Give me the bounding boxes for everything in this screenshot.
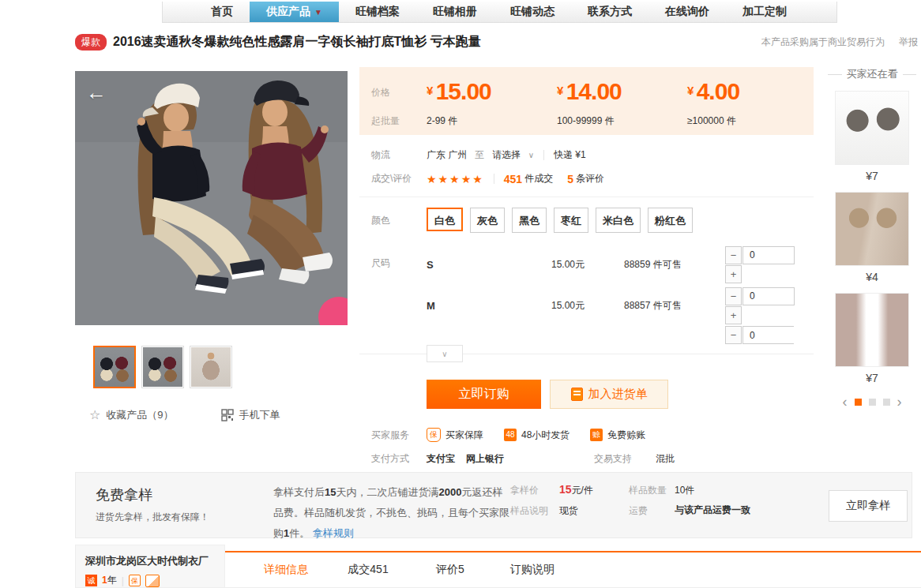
member-years-suffix: 年 [107, 575, 117, 586]
payment-row: 支付方式 支付宝 网上银行 交易支持 混批 [359, 452, 814, 466]
sample-description: 拿样支付后15天内，二次店铺进货满2000元返还样品费。样品随机发货，不挑色、挑… [273, 482, 510, 544]
logistics-to: 至 [475, 148, 484, 162]
sample-desc-bold: 15 [325, 486, 336, 498]
get-sample-button[interactable]: 立即拿样 [829, 490, 908, 522]
sample-desc-bold: 2000 [438, 486, 461, 498]
product-photo[interactable]: ← [75, 71, 348, 325]
destination-select[interactable]: 请选择 ∨ [492, 148, 534, 162]
pager-prev-icon[interactable]: ‹ [843, 397, 848, 406]
add-to-cart-button[interactable]: 加入进货单 [550, 380, 668, 409]
store-card: 深圳市龙岗区大时代制衣厂 诚 1年 | 保 [75, 545, 225, 588]
pager-dot[interactable] [855, 399, 862, 406]
pager-dot[interactable] [883, 399, 890, 406]
price-tier: ¥ 15.00 [427, 78, 553, 105]
quantity-input[interactable] [742, 246, 795, 264]
reviews-count[interactable]: 5 [567, 173, 573, 185]
mobile-order-button[interactable]: 手机下单 [221, 408, 280, 422]
member-years: 1年 [102, 574, 117, 587]
shipping-48h-icon: 48 [504, 429, 517, 441]
minus-button[interactable]: − [725, 246, 742, 264]
rating-row: 成交\评价 ★★★★★ 451 件成交 5 条评价 [359, 172, 814, 185]
sample-desc-text: 天内，二次店铺进货满 [336, 486, 438, 498]
service-guarantee[interactable]: 保 买家保障 [427, 428, 483, 442]
sidebar-title: 买家还在看 [828, 67, 916, 81]
product-photo-art [75, 71, 348, 325]
color-option-offwhite[interactable]: 米白色 [596, 208, 641, 233]
pager-dot[interactable] [869, 399, 876, 406]
tab-reviews[interactable]: 评价5 [409, 563, 491, 577]
add-to-cart-label: 加入进货单 [588, 387, 648, 402]
moq-value: ≥100000 件 [687, 114, 814, 128]
back-arrow-icon[interactable]: ← [86, 82, 107, 103]
deals-suffix: 件成交 [524, 172, 553, 185]
tab-detail-info[interactable]: 详细信息 [245, 563, 327, 577]
plus-button[interactable]: + [725, 306, 742, 324]
nav-item-updates[interactable]: 旺铺动态 [494, 2, 571, 22]
minus-button[interactable]: − [725, 287, 742, 305]
service-48h-shipping[interactable]: 48 48小时发货 [504, 429, 570, 442]
deals-count[interactable]: 451 [504, 173, 522, 185]
nav-item-products[interactable]: 供应产品 ▼ [250, 2, 339, 22]
moq-label: 起批量 [371, 114, 400, 128]
nav-item-home[interactable]: 首页 [194, 2, 250, 22]
service-label: 免费赊账 [607, 429, 645, 442]
quantity-input[interactable] [742, 287, 795, 305]
thumbnail[interactable] [190, 346, 232, 388]
color-option-white[interactable]: 白色 [427, 208, 463, 231]
also-viewed-sidebar: 买家还在看 ¥7 ¥4 ¥7 ‹ › [828, 67, 916, 406]
currency-symbol: ¥ [687, 84, 694, 97]
nav-item-custom[interactable]: 加工定制 [726, 2, 803, 22]
thumbnail[interactable] [141, 346, 184, 388]
color-option-pink[interactable]: 粉红色 [648, 208, 693, 233]
sample-rules-link[interactable]: 拿样规则 [313, 527, 354, 539]
payment-alipay: 支付宝 [427, 452, 455, 466]
trade-support-label: 交易支持 [594, 452, 632, 466]
nav-item-inquiry[interactable]: 在线询价 [648, 2, 726, 22]
service-free-credit[interactable]: 赊 免费赊账 [590, 429, 645, 442]
moq-value: 2-99 件 [427, 114, 553, 128]
color-option-black[interactable]: 黑色 [512, 208, 547, 233]
plus-button[interactable]: + [725, 265, 742, 283]
sidebar-product-image[interactable] [835, 293, 909, 367]
nav-item-album[interactable]: 旺铺相册 [416, 2, 494, 22]
sample-desc-text: 拿样支付后 [273, 486, 325, 498]
order-now-button[interactable]: 立即订购 [427, 380, 541, 409]
quantity-input[interactable] [742, 326, 794, 344]
expand-sizes-button[interactable]: ∨ [427, 345, 463, 362]
sample-desc-value: 现货 [559, 504, 578, 518]
favorite-label: 收藏产品（9） [106, 408, 173, 422]
size-section: 尺码 S 15.00元 88859 件可售 − + M 15.00元 88857… [359, 244, 814, 346]
nav-item-contact[interactable]: 联系方式 [571, 2, 648, 22]
logistics-row: 物流 广东 广州 至 请选择 ∨ 快递 ¥1 [359, 148, 814, 162]
service-label: 买家保障 [445, 429, 483, 442]
color-option-maroon[interactable]: 枣红 [554, 208, 588, 233]
color-option-gray[interactable]: 灰色 [470, 208, 505, 233]
store-name[interactable]: 深圳市龙岗区大时代制衣厂 [85, 554, 215, 568]
size-stock: 88857 件可售 [624, 299, 725, 313]
sample-price-number: 15 [559, 483, 572, 496]
color-label: 颜色 [359, 214, 427, 227]
sample-qty-value: 10件 [675, 484, 694, 497]
tab-order-notes[interactable]: 订购说明 [491, 563, 573, 577]
trade-support-value: 混批 [656, 452, 675, 466]
pager-next-icon[interactable]: › [897, 397, 902, 406]
report-link[interactable]: 举报 [899, 36, 918, 49]
price-value: 4.00 [697, 78, 739, 104]
sidebar-product-image[interactable] [835, 91, 909, 165]
trade-notice: 本产品采购属于商业贸易行为 [761, 36, 885, 49]
express-fee: 快递 ¥1 [554, 148, 586, 162]
thumbnail[interactable] [93, 346, 136, 388]
tab-deals[interactable]: 成交451 [327, 563, 409, 577]
thumbnail-image [143, 347, 182, 387]
price-label: 价格 [371, 86, 390, 99]
minus-button[interactable]: − [725, 326, 742, 344]
size-row-m: M 15.00元 88857 件可售 − + [427, 285, 794, 326]
buyer-services-row: 买家服务 保 买家保障 48 48小时发货 赊 免费赊账 [359, 428, 814, 442]
quantity-stepper: − + [725, 287, 794, 324]
sidebar-product-price: ¥4 [828, 271, 916, 283]
divider [494, 174, 494, 184]
sidebar-product-image[interactable] [835, 192, 909, 266]
size-stock: 88859 件可售 [624, 258, 725, 272]
nav-item-archive[interactable]: 旺铺档案 [339, 2, 416, 22]
favorite-button[interactable]: ☆ 收藏产品（9） [89, 407, 174, 422]
